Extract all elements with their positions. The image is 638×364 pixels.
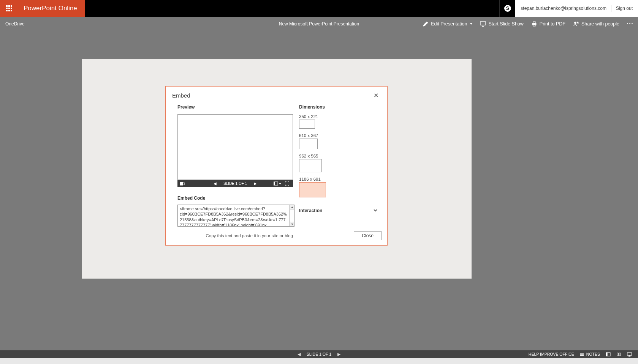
svg-rect-21 xyxy=(627,352,631,355)
svg-rect-16 xyxy=(180,182,183,185)
next-slide-button[interactable]: ▶ xyxy=(254,181,257,186)
svg-rect-3 xyxy=(6,8,8,9)
interaction-label: Interaction xyxy=(299,208,322,213)
dimension-option-2-label: 610 x 367 xyxy=(299,133,381,138)
svg-rect-7 xyxy=(8,10,10,11)
textarea-scrollbar[interactable] xyxy=(290,205,294,227)
preview-label: Preview xyxy=(177,104,293,110)
svg-rect-6 xyxy=(6,10,8,11)
svg-rect-18 xyxy=(274,182,275,185)
start-slideshow-button[interactable]: Start Slide Show xyxy=(480,21,523,27)
document-title: New Microsoft PowerPoint Presentation xyxy=(279,21,359,27)
print-label: Print to PDF xyxy=(540,21,565,27)
notes-icon xyxy=(579,351,585,357)
dimension-option-2[interactable] xyxy=(299,139,318,149)
close-button[interactable]: Close xyxy=(354,231,382,240)
taskbar-edge xyxy=(0,358,638,364)
status-prev-button[interactable]: ◀ xyxy=(298,352,301,357)
slideshow-view-button[interactable] xyxy=(627,351,632,357)
share-icon: + xyxy=(573,21,579,27)
dimension-option-3[interactable] xyxy=(299,159,322,172)
dimension-option-1-label: 350 x 221 xyxy=(299,114,381,119)
scroll-down-icon xyxy=(291,224,293,225)
printer-icon xyxy=(531,21,537,27)
edit-label: Edit Presentation xyxy=(431,21,467,27)
share-button[interactable]: + Share with people xyxy=(573,21,619,27)
app-launcher-button[interactable] xyxy=(0,0,18,17)
dimension-option-3-label: 962 x 565 xyxy=(299,154,381,158)
scroll-up-icon xyxy=(291,206,293,208)
user-email[interactable]: stepan.burlachenko@ispringsolutions.com xyxy=(521,6,606,11)
skype-button[interactable]: S xyxy=(499,0,515,17)
svg-rect-11 xyxy=(533,22,535,23)
dialog-title: Embed xyxy=(172,92,190,99)
dimensions-label: Dimensions xyxy=(299,104,381,110)
share-label: Share with people xyxy=(581,21,619,27)
skype-icon: S xyxy=(504,5,511,12)
brand-label[interactable]: PowerPoint Online xyxy=(18,0,85,17)
user-area: stepan.burlachenko@ispringsolutions.com … xyxy=(515,0,638,17)
waffle-icon xyxy=(6,5,12,11)
dimension-option-1[interactable] xyxy=(299,120,315,129)
status-next-button[interactable]: ▶ xyxy=(337,352,340,357)
svg-rect-20 xyxy=(606,352,607,356)
reading-view-button[interactable] xyxy=(616,351,621,357)
svg-rect-1 xyxy=(8,5,10,7)
embed-preview xyxy=(177,114,293,180)
svg-rect-4 xyxy=(8,8,10,9)
embed-code-textarea[interactable] xyxy=(177,205,290,227)
embed-code-label: Embed Code xyxy=(177,195,293,201)
dimension-option-4-label: 1186 x 691 xyxy=(299,177,381,181)
print-pdf-button[interactable]: Print to PDF xyxy=(531,21,565,27)
pencil-icon xyxy=(423,21,429,27)
powerpoint-icon[interactable] xyxy=(177,181,187,186)
divider xyxy=(611,5,611,12)
preview-slide-counter: SLIDE 1 OF 1 xyxy=(223,181,247,186)
close-icon[interactable]: ✕ xyxy=(371,91,381,100)
help-improve-link[interactable]: HELP IMPROVE OFFICE xyxy=(529,352,574,356)
embed-dialog: Embed ✕ Preview ◀ SLIDE 1 OF 1 ▶ xyxy=(165,86,388,246)
svg-rect-5 xyxy=(11,8,12,9)
signout-link[interactable]: Sign out xyxy=(616,6,633,11)
normal-view-button[interactable] xyxy=(605,351,611,357)
prev-slide-button[interactable]: ◀ xyxy=(214,181,217,186)
ellipsis-icon xyxy=(627,23,633,24)
edit-presentation-button[interactable]: Edit Presentation xyxy=(423,21,472,27)
view-menu-button[interactable] xyxy=(274,181,281,186)
dimension-option-4[interactable] xyxy=(299,182,326,197)
svg-rect-9 xyxy=(480,22,486,25)
interaction-toggle[interactable]: Interaction xyxy=(299,207,381,214)
chevron-down-icon xyxy=(279,183,281,184)
notes-toggle[interactable]: NOTES xyxy=(579,351,600,357)
copy-hint: Copy this text and paste it in your site… xyxy=(177,233,293,238)
start-label: Start Slide Show xyxy=(488,21,523,27)
preview-controls: ◀ SLIDE 1 OF 1 ▶ xyxy=(177,180,293,187)
subheader: OneDrive New Microsoft PowerPoint Presen… xyxy=(0,17,638,31)
more-actions-button[interactable] xyxy=(627,23,633,24)
status-slide-counter: SLIDE 1 OF 1 xyxy=(307,352,331,356)
svg-rect-0 xyxy=(6,5,8,7)
svg-rect-2 xyxy=(11,5,12,7)
svg-point-13 xyxy=(574,22,576,24)
presentation-icon xyxy=(480,21,486,27)
breadcrumb[interactable]: OneDrive xyxy=(5,21,25,27)
fullscreen-icon[interactable] xyxy=(285,181,289,186)
chevron-down-icon xyxy=(373,207,378,214)
notes-label: NOTES xyxy=(586,352,600,356)
chevron-down-icon xyxy=(470,23,472,25)
top-bar: PowerPoint Online S stepan.burlachenko@i… xyxy=(0,0,638,17)
svg-rect-8 xyxy=(11,10,12,11)
view-icon xyxy=(274,181,278,186)
status-bar: ◀ SLIDE 1 OF 1 ▶ HELP IMPROVE OFFICE NOT… xyxy=(0,350,638,358)
svg-text:+: + xyxy=(577,21,579,25)
